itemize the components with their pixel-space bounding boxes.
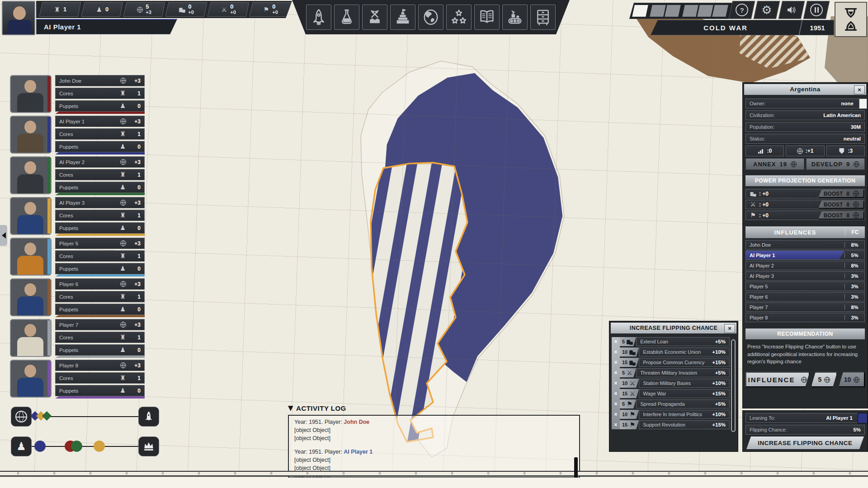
victory-goal-button[interactable] bbox=[138, 436, 159, 456]
wonders-button[interactable] bbox=[390, 5, 415, 30]
portrait-bust bbox=[17, 215, 43, 235]
player-card[interactable]: Player 5 +3 Cores 1 Puppets 0 bbox=[10, 238, 145, 277]
action-button[interactable]: Establish Economic Union +10% bbox=[639, 347, 730, 357]
influence-row[interactable]: AI Player 2 8% bbox=[745, 261, 865, 270]
boost-button[interactable]: BOOST 8 bbox=[818, 211, 864, 220]
develop-button[interactable]: DEVELOP 9 bbox=[806, 158, 865, 170]
player-card[interactable]: AI Player 3 +3 Cores 1 Puppets 0 bbox=[10, 197, 145, 236]
influence-row[interactable]: Player 7 8% bbox=[745, 302, 865, 312]
remove-action-icon[interactable]: × bbox=[612, 422, 620, 428]
action-button[interactable]: Station Military Bases +10% bbox=[639, 379, 730, 388]
action-button[interactable]: Extend Loan +5% bbox=[636, 337, 730, 346]
influence-row[interactable]: AI Player 3 3% bbox=[745, 271, 865, 281]
space-program-button[interactable] bbox=[306, 5, 331, 30]
influence-row[interactable]: Player 6 3% bbox=[745, 292, 865, 301]
action-cost-tab: 5 bbox=[620, 337, 636, 346]
space-race-mode-button[interactable] bbox=[11, 407, 32, 427]
diplomacy-button[interactable] bbox=[362, 5, 387, 30]
player-card[interactable]: Player 8 +3 Cores 1 Puppets 0 bbox=[10, 360, 145, 399]
activity-log-header[interactable]: ▼ ACTIVITY LOG bbox=[288, 404, 346, 412]
portrait-bust bbox=[17, 378, 43, 398]
player-puppets-row: Puppets 0 bbox=[55, 344, 145, 356]
score-player-marker bbox=[94, 441, 105, 452]
player-card[interactable]: AI Player 1 +3 Cores 1 Puppets 0 bbox=[10, 116, 145, 155]
ppg-header: POWER PROJECTION GENERATION bbox=[745, 175, 865, 186]
space-race-goal-button[interactable] bbox=[138, 407, 159, 427]
ppg-row: : +0 BOOST 8 bbox=[745, 200, 865, 209]
research-button[interactable] bbox=[334, 5, 359, 30]
codex-button[interactable] bbox=[474, 5, 500, 30]
annex-button[interactable]: ANNEX 19 bbox=[745, 158, 804, 170]
influence-row[interactable]: John Doe 8% bbox=[745, 240, 865, 249]
player-puppets-row: Puppets 0 bbox=[55, 100, 145, 112]
influence-player-name: Player 5 bbox=[746, 282, 844, 291]
timeline-tick: 0 bbox=[596, 472, 598, 475]
remove-action-icon[interactable]: × bbox=[612, 390, 620, 397]
ppg-value: : +0 bbox=[759, 191, 816, 197]
remove-action-icon[interactable]: × bbox=[612, 349, 620, 355]
increase-flipping-chance-button[interactable]: INCREASE FLIPPING CHANCE bbox=[745, 436, 865, 449]
portrait-head bbox=[24, 243, 36, 255]
region-panel: Argentina × Owner: none Civilization: La… bbox=[742, 82, 868, 408]
influence-row[interactable]: Player 8 3% bbox=[745, 313, 865, 322]
pawn-icon bbox=[119, 184, 126, 191]
pawn-icon bbox=[119, 225, 126, 231]
remove-action-icon[interactable]: × bbox=[612, 370, 620, 376]
pause-button[interactable] bbox=[803, 1, 830, 19]
remove-action-icon[interactable]: × bbox=[612, 380, 620, 386]
current-player-portrait[interactable] bbox=[2, 1, 35, 35]
timeline-slider[interactable]: 000000000000000000000000 bbox=[0, 471, 868, 477]
boost-button[interactable]: BOOST 8 bbox=[818, 200, 864, 209]
player-portrait bbox=[10, 156, 52, 194]
influence-row[interactable]: AI Player 1 5% bbox=[745, 250, 865, 260]
remove-action-icon[interactable]: × bbox=[612, 411, 620, 418]
boost-button[interactable]: BOOST 8 bbox=[818, 189, 864, 198]
player-card[interactable]: AI Player 2 +3 Cores 1 Puppets 0 bbox=[10, 156, 145, 195]
timeline-marker[interactable] bbox=[574, 457, 578, 479]
settings-button[interactable]: ⚙ bbox=[754, 1, 780, 19]
end-turn-button[interactable] bbox=[835, 2, 867, 37]
close-icon[interactable]: × bbox=[724, 324, 735, 333]
influence-fc-value: 5% bbox=[844, 253, 864, 258]
owner-row: Owner: none bbox=[745, 99, 865, 108]
remove-action-icon[interactable]: × bbox=[612, 359, 620, 366]
action-button[interactable]: Wage War +15% bbox=[639, 389, 730, 398]
globe-icon bbox=[854, 377, 859, 383]
population-mode-button[interactable]: ♟ bbox=[11, 436, 32, 456]
diplomacy-flags-icon bbox=[366, 8, 384, 26]
player-card[interactable]: Player 6 +3 Cores 1 Puppets 0 bbox=[10, 278, 145, 317]
popup-scrollbar[interactable] bbox=[731, 339, 736, 432]
influence-10-button[interactable]: 10 bbox=[839, 372, 865, 387]
action-cost-tab: 10 bbox=[620, 379, 639, 388]
help-button[interactable]: ? bbox=[729, 1, 755, 19]
current-player-name: AI Player 1 bbox=[36, 19, 177, 34]
cores-value: 1 bbox=[132, 334, 141, 341]
sound-button[interactable] bbox=[778, 1, 805, 19]
resource-icon bbox=[96, 6, 103, 13]
influence-row[interactable]: Player 5 3% bbox=[745, 282, 865, 291]
timeline-tick: 0 bbox=[741, 472, 742, 475]
roster-collapse-button[interactable] bbox=[0, 225, 7, 246]
action-button[interactable]: Spread Propaganda +5% bbox=[636, 399, 730, 408]
action-button[interactable]: Interfere In Internal Politics +10% bbox=[639, 410, 730, 419]
region-stat-cell: :3 bbox=[826, 145, 865, 156]
game-speed-bar[interactable] bbox=[629, 3, 737, 19]
influence-button[interactable]: INFLUENCE bbox=[745, 372, 810, 387]
world-overview-button[interactable] bbox=[418, 5, 443, 30]
archive-button[interactable] bbox=[530, 5, 556, 30]
production-button[interactable] bbox=[502, 5, 528, 30]
resource-item: 0 bbox=[81, 2, 123, 17]
score-player-marker bbox=[71, 441, 82, 452]
remove-action-icon[interactable]: × bbox=[612, 338, 620, 345]
player-card[interactable]: Player 7 +3 Cores 1 Puppets 0 bbox=[10, 319, 145, 358]
player-card[interactable]: John Doe +3 Cores 1 Puppets 0 bbox=[10, 75, 145, 114]
recommendation-header: RECOMMENDATION bbox=[745, 328, 865, 339]
action-button[interactable]: Threaten Military Invasion +5% bbox=[636, 368, 730, 377]
achievements-button[interactable] bbox=[446, 5, 472, 30]
action-button[interactable]: Propose Common Currency +15% bbox=[639, 358, 730, 367]
action-button[interactable]: Support Revolution +15% bbox=[639, 420, 730, 429]
close-icon[interactable]: × bbox=[854, 85, 865, 94]
influence-5-button[interactable]: 5 bbox=[811, 372, 837, 387]
remove-action-icon[interactable]: × bbox=[612, 401, 620, 407]
action-resource-icon bbox=[629, 349, 636, 356]
